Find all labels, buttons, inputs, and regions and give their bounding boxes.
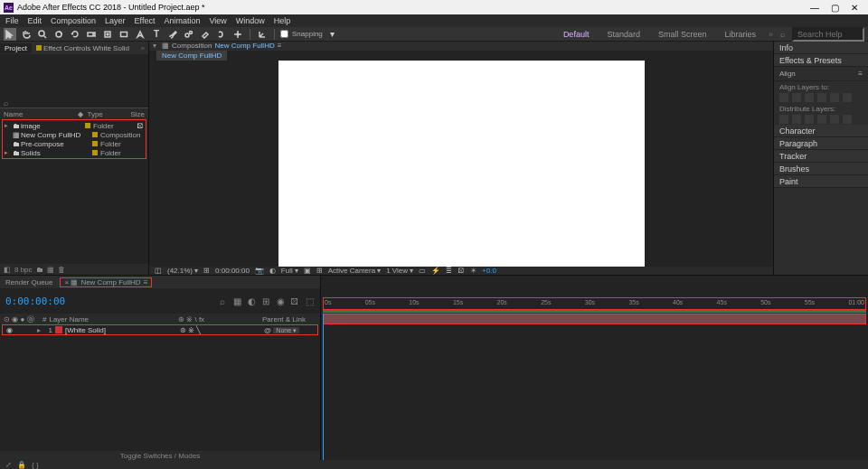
menu-window[interactable]: Window (236, 16, 265, 25)
panel-effects[interactable]: Effects & Presets (774, 54, 868, 67)
align-bottom-icon[interactable] (843, 93, 852, 102)
pickwhip-icon[interactable]: @ (264, 326, 271, 334)
comp-mini-icon[interactable]: ▦ (231, 295, 242, 306)
menu-help[interactable]: Help (274, 16, 291, 25)
panel-paint[interactable]: Paint (774, 175, 868, 188)
menu-view[interactable]: View (209, 16, 226, 25)
resolution-icon[interactable]: ⊞ (203, 267, 210, 275)
reset-exposure-icon[interactable]: ☀ (470, 267, 476, 275)
maximize-button[interactable]: ▢ (825, 3, 844, 13)
roto-tool-icon[interactable] (215, 28, 228, 41)
draft3d-icon[interactable]: ⬚ (304, 295, 315, 306)
dist-2-icon[interactable] (792, 115, 801, 124)
close-button[interactable]: ✕ (844, 3, 864, 13)
menu-effect[interactable]: Effect (135, 16, 156, 25)
panel-character[interactable]: Character (774, 125, 868, 137)
align-top-icon[interactable] (817, 93, 826, 102)
workspace-libraries[interactable]: Libraries (719, 29, 761, 40)
project-row-comp[interactable]: ▦New Comp FullHDComposition (3, 130, 146, 139)
toggle-alpha-icon[interactable]: ◫ (155, 267, 162, 275)
rotate-tool-icon[interactable] (69, 28, 81, 41)
tab-composition[interactable]: ▦ Composition New Comp FullHD ≡ (162, 42, 281, 50)
layer-duration-bar[interactable] (323, 314, 866, 324)
col-label-icon[interactable]: ◆ (78, 110, 87, 118)
grid-icon[interactable]: ⊞ (316, 267, 323, 275)
zoom-tool-icon[interactable] (36, 28, 49, 41)
panel-menu-icon[interactable]: ▾ (153, 42, 156, 50)
motion-blur-icon[interactable]: ◉ (275, 295, 286, 306)
snap-opt-icon[interactable]: ▾ (326, 28, 339, 41)
bpc-button[interactable]: 8 bpc (14, 266, 33, 274)
collapse-toggle[interactable]: ※ (188, 326, 194, 334)
align-vcenter-icon[interactable] (830, 93, 839, 102)
hand-tool-icon[interactable] (20, 28, 33, 41)
clone-tool-icon[interactable] (183, 28, 195, 41)
search-layer-icon[interactable]: ⌕ (217, 295, 228, 306)
dist-1-icon[interactable] (779, 115, 788, 124)
menu-composition[interactable]: Composition (51, 16, 96, 25)
current-timecode[interactable]: 0:00:00:00 (5, 295, 65, 307)
rect-tool-icon[interactable] (118, 28, 130, 41)
new-comp-icon[interactable]: ▦ (47, 266, 54, 274)
orbit-tool-icon[interactable] (52, 28, 65, 41)
menu-layer[interactable]: Layer (105, 16, 126, 25)
timeline-icon[interactable]: ≣ (446, 267, 452, 275)
align-hcenter-icon[interactable] (792, 93, 801, 102)
col-type[interactable]: Type (87, 110, 130, 118)
panel-info[interactable]: Info (774, 42, 868, 54)
panel-align[interactable]: Align≡ (774, 67, 868, 81)
flowchart-icon[interactable]: ⛝ (137, 122, 144, 130)
layer-row-1[interactable]: ◉ ▸ 1 [White Solid] ⊛ ※ ╲ @ None ▾ (2, 324, 318, 335)
channel-icon[interactable]: ◐ (269, 267, 276, 275)
frame-blend-icon[interactable]: ⊞ (260, 295, 271, 306)
workspace-standard[interactable]: Standard (601, 29, 646, 40)
project-row-solids[interactable]: ▸🖿SolidsFolder (3, 148, 146, 157)
selection-tool-icon[interactable] (4, 28, 16, 41)
panel-brushes[interactable]: Brushes (774, 163, 868, 175)
col-size[interactable]: Size (130, 110, 145, 118)
work-area-bar[interactable] (323, 310, 866, 313)
resolution-dropdown[interactable]: Full ▾ (281, 267, 298, 275)
tab-timeline-comp[interactable]: × ▦ New Comp FullHD ≡ (60, 277, 152, 287)
menu-animation[interactable]: Animation (164, 16, 200, 25)
pen-tool-icon[interactable] (134, 28, 146, 41)
brush-tool-icon[interactable] (166, 28, 179, 41)
playhead[interactable] (323, 314, 324, 460)
quality-toggle[interactable]: ╲ (196, 326, 201, 334)
flowchart-icon[interactable]: ⛝ (458, 267, 465, 275)
layer-name[interactable]: [White Solid] (65, 326, 177, 334)
puppet-tool-icon[interactable] (231, 28, 244, 41)
views-dropdown[interactable]: 1 View ▾ (386, 267, 413, 275)
eraser-tool-icon[interactable] (199, 28, 212, 41)
timeline-tracks[interactable]: 0s05s10s15s20s25s30s35s40s45s50s55s01:00 (321, 276, 868, 460)
camera-tool-icon[interactable] (85, 28, 98, 41)
fast-preview-icon[interactable]: ⚡ (431, 267, 440, 275)
trash-icon[interactable]: 🗑 (58, 266, 65, 274)
dist-6-icon[interactable] (843, 115, 852, 124)
col-layername[interactable]: Layer Name (49, 315, 175, 324)
dist-5-icon[interactable] (830, 115, 839, 124)
align-left-icon[interactable] (779, 93, 788, 102)
toggle-switches-modes[interactable]: Toggle Switches / Modes (0, 451, 320, 460)
zoom-dropdown[interactable]: (42.1%) ▾ (167, 267, 198, 275)
video-toggle-icon[interactable]: ◉ (6, 326, 14, 333)
shy-icon[interactable]: ◐ (246, 295, 257, 306)
menu-edit[interactable]: Edit (28, 16, 42, 25)
roi-icon[interactable]: ▣ (304, 267, 311, 275)
tab-render-queue[interactable]: Render Queue (5, 278, 52, 286)
pixel-aspect-icon[interactable]: ▭ (419, 267, 426, 275)
search-help-input[interactable] (792, 27, 864, 42)
new-folder-icon[interactable]: 🖿 (36, 266, 43, 274)
camera-dropdown[interactable]: Active Camera ▾ (328, 267, 381, 275)
dist-3-icon[interactable] (805, 115, 814, 124)
layer-color-label[interactable] (55, 326, 62, 333)
breadcrumb[interactable]: New Comp FullHD (156, 51, 227, 61)
menu-file[interactable]: File (5, 16, 19, 25)
canvas[interactable] (278, 61, 645, 267)
tab-project[interactable]: Project (0, 43, 32, 53)
project-row-precomp[interactable]: 🖿Pre-composeFolder (3, 139, 146, 148)
exposure-value[interactable]: +0.0 (482, 267, 496, 275)
interpret-icon[interactable]: ◧ (4, 266, 11, 274)
align-right-icon[interactable] (805, 93, 814, 102)
project-search[interactable]: ⌕ (0, 98, 148, 108)
